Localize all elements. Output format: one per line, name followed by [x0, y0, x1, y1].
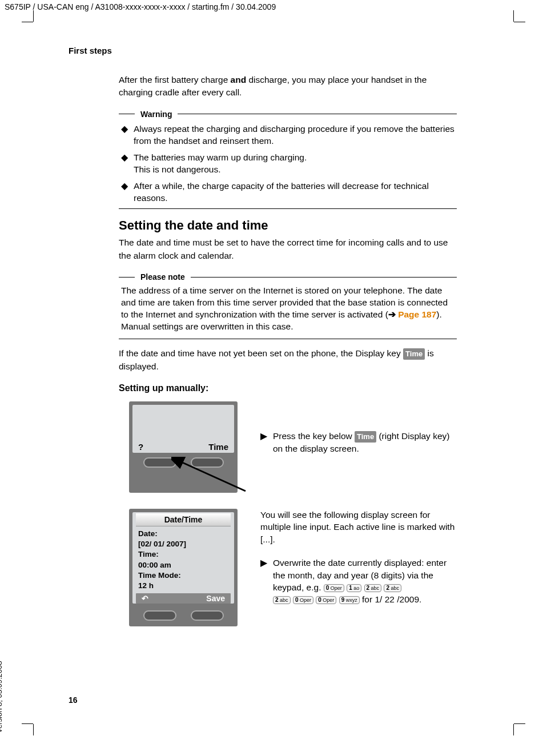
document-header: S675IP / USA-CAN eng / A31008-xxxx-xxxx-… [0, 0, 547, 14]
list-item: ◆Always repeat the charging and discharg… [119, 123, 457, 147]
list-item: ◆After a while, the charge capacity of t… [119, 180, 457, 204]
hw-button-right[interactable] [191, 457, 224, 468]
step-1: ▶ Press the key below Time (right Displa… [260, 430, 457, 455]
triangle-icon: ▶ [260, 430, 267, 455]
text: After the first battery charge [119, 75, 231, 85]
page-link[interactable]: Page 187 [398, 309, 436, 319]
text: If the date and time have not yet been s… [119, 348, 403, 358]
field-value[interactable]: 00:00 am [138, 560, 228, 570]
text: for 1/ 22 /2009. [362, 594, 421, 604]
text: Press the key below [273, 431, 355, 441]
hw-button-left[interactable] [143, 610, 176, 621]
rule [119, 208, 457, 209]
warning-label: Warning [140, 110, 172, 119]
keypad-key: 1 ao [347, 584, 361, 592]
keypad-key: 0 Oper [316, 596, 336, 604]
keypad-key: 9 wxyz [339, 596, 360, 604]
screen-body: Date: [02/ 01/ 2007] Time: 00:00 am Time… [132, 526, 234, 592]
step-2: ▶ Overwrite the date currently displayed… [260, 557, 457, 606]
section-title: First steps [69, 46, 457, 55]
instruction-row-1: ? Time ▶ Press the key below Time (right… [129, 401, 457, 493]
h2-intro: The date and time must be set to have th… [119, 236, 457, 262]
crop-mark [33, 10, 34, 22]
keypad-key: 2 abc [364, 584, 382, 592]
triangle-icon: ▶ [260, 557, 267, 606]
crop-mark [514, 723, 525, 724]
keypad-key: 0 Oper [324, 584, 344, 592]
field-label: Time Mode: [138, 570, 228, 581]
subheading-manual: Setting up manually: [119, 383, 457, 393]
arrow-icon: ➔ [388, 309, 396, 319]
phone-mockup-2: Date/Time Date: [02/ 01/ 2007] Time: 00:… [129, 509, 238, 626]
hw-button-left[interactable] [143, 457, 176, 468]
keypad-key: 2 abc [273, 596, 291, 604]
softkey-save[interactable]: Save [206, 594, 225, 603]
field-label: Date: [138, 529, 228, 539]
display-key-paragraph: If the date and time have not yet been s… [119, 347, 457, 373]
text: After a while, the charge capacity of th… [134, 180, 457, 204]
note-body: The address of a time server on the Inte… [121, 285, 455, 333]
crop-mark [22, 22, 33, 22]
field-value[interactable]: [02/ 01/ 2007] [138, 539, 228, 549]
heading-setting-date-time: Setting the date and time [119, 218, 457, 233]
crop-mark [33, 724, 34, 735]
page-number: 16 [69, 695, 78, 705]
list-item: ◆The batteries may warm up during chargi… [119, 152, 457, 176]
time-badge: Time [355, 431, 376, 443]
multiline-intro: You will see the following display scree… [260, 509, 457, 545]
crop-mark [513, 10, 514, 22]
keypad-key: 2 abc [384, 584, 401, 592]
keypad-key: 0 Oper [293, 596, 313, 604]
field-value[interactable]: 12 h [138, 581, 228, 591]
warning-header: Warning [119, 110, 457, 119]
crop-mark [514, 22, 525, 22]
field-label: Time: [138, 549, 228, 560]
note-label: Please note [140, 272, 185, 282]
softkey-left[interactable]: ? [138, 442, 143, 452]
screen-title: Date/Time [136, 513, 231, 526]
softkey-right[interactable]: Time [208, 442, 228, 452]
rule [119, 339, 457, 339]
instruction-row-2: Date/Time Date: [02/ 01/ 2007] Time: 00:… [129, 509, 457, 626]
text: Always repeat the charging and dischargi… [134, 123, 457, 147]
text: The batteries may warm up during chargin… [134, 152, 307, 176]
version-text: Version 8, 03.09.2008 [0, 661, 3, 734]
phone-mockup-1: ? Time [129, 401, 238, 493]
hw-button-right[interactable] [191, 610, 224, 621]
intro-paragraph: After the first battery charge and disch… [119, 74, 457, 99]
crop-mark [513, 724, 514, 735]
time-badge: Time [403, 348, 425, 360]
crop-mark [22, 723, 33, 724]
text-bold: and [231, 75, 247, 85]
softkey-back[interactable]: ↶ [142, 594, 148, 603]
warning-list: ◆Always repeat the charging and discharg… [119, 123, 457, 204]
note-header: Please note [119, 272, 457, 282]
